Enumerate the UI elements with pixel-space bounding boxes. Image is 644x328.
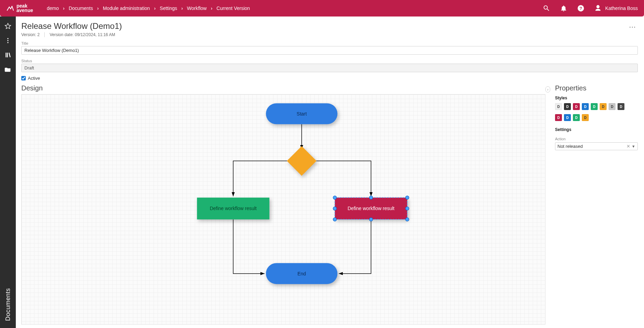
svg-point-3 <box>7 40 8 41</box>
styles-heading: Styles <box>555 96 638 100</box>
properties-panel: Properties Styles DDDDDDDD DDDD Settings… <box>550 84 638 325</box>
style-swatch[interactable]: D <box>564 103 571 110</box>
page-title: Release Workflow (Demo1) <box>21 21 122 31</box>
style-swatch[interactable]: D <box>582 114 589 121</box>
version-label: Version: 2 <box>21 32 39 37</box>
clear-icon[interactable]: ✕ <box>625 144 632 149</box>
crumb-demo[interactable]: demo <box>47 6 59 11</box>
diagram-canvas[interactable]: Start Define workflow result <box>21 94 545 325</box>
chevron-right-icon: › <box>154 6 156 11</box>
node-left-process[interactable]: Define workflow result <box>197 198 270 220</box>
style-swatch[interactable]: D <box>591 103 598 110</box>
svg-rect-7 <box>287 146 316 176</box>
svg-point-11 <box>333 196 337 199</box>
chevron-right-icon: › <box>63 6 65 11</box>
chevron-down-icon[interactable]: ▾ <box>632 144 635 149</box>
help-icon[interactable]: ? <box>577 4 585 12</box>
svg-point-16 <box>333 218 337 221</box>
search-icon[interactable] <box>543 4 550 12</box>
library-icon[interactable] <box>4 52 11 58</box>
folder-icon[interactable] <box>4 66 11 73</box>
svg-point-15 <box>406 207 409 210</box>
svg-point-17 <box>369 218 373 221</box>
node-start[interactable]: Start <box>266 103 337 124</box>
style-swatch[interactable]: D <box>573 103 580 110</box>
design-heading: Design <box>21 84 545 92</box>
action-value: Not released <box>557 144 583 149</box>
style-swatch[interactable]: D <box>582 103 589 110</box>
action-select[interactable]: Not released ✕ ▾ <box>555 142 638 150</box>
node-right-label: Define workflow result <box>348 206 395 211</box>
active-checkbox-row[interactable]: Active <box>21 76 638 81</box>
node-right-process[interactable]: Define workflow result <box>333 196 409 221</box>
left-rail: Documents <box>0 17 16 328</box>
node-decision[interactable] <box>287 146 316 176</box>
more-vertical-icon[interactable] <box>4 37 11 44</box>
user-menu[interactable]: Katherina Boss <box>594 4 638 12</box>
action-label: Action <box>555 137 638 141</box>
title-input[interactable] <box>21 46 638 55</box>
settings-heading: Settings <box>555 127 638 132</box>
more-button[interactable]: ⋯ <box>628 21 638 32</box>
style-swatch[interactable]: D <box>573 114 580 121</box>
properties-heading: Properties <box>555 84 638 92</box>
svg-point-14 <box>333 207 337 210</box>
node-end-label: End <box>297 271 306 276</box>
panel-splitter[interactable]: › <box>545 84 550 325</box>
logo-text: peak avenue <box>16 4 33 12</box>
style-swatch[interactable]: D <box>555 114 562 121</box>
active-label: Active <box>28 76 40 81</box>
node-start-label: Start <box>297 111 307 117</box>
style-swatches-row-1: DDDDDDDD <box>555 103 638 110</box>
chevron-right-icon: › <box>97 6 99 11</box>
logo[interactable]: peak avenue <box>6 4 33 12</box>
crumb-documents[interactable]: Documents <box>69 6 93 11</box>
svg-point-18 <box>406 218 409 221</box>
status-field-label: Status <box>21 59 638 63</box>
style-swatch[interactable]: D <box>564 114 571 121</box>
chevron-right-icon: › <box>211 6 213 11</box>
node-left-label: Define workflow result <box>210 206 257 211</box>
style-swatch[interactable]: D <box>600 103 607 110</box>
rail-label: Documents <box>4 288 12 321</box>
crumb-settings[interactable]: Settings <box>160 6 177 11</box>
svg-point-4 <box>7 42 8 43</box>
node-end[interactable]: End <box>266 263 337 284</box>
topbar: peak avenue demo › Documents › Module ad… <box>0 0 644 17</box>
active-checkbox[interactable] <box>21 76 26 80</box>
crumb-workflow[interactable]: Workflow <box>187 6 206 11</box>
star-icon[interactable] <box>4 23 11 30</box>
style-swatches-row-2: DDDD <box>555 114 638 121</box>
title-field-label: Title <box>21 41 638 45</box>
chevron-right-icon[interactable]: › <box>545 86 550 92</box>
svg-point-12 <box>369 196 373 199</box>
content: Release Workflow (Demo1) Version: 2 Vers… <box>16 17 644 328</box>
svg-point-13 <box>406 196 409 199</box>
meta-divider <box>44 32 45 37</box>
style-swatch[interactable]: D <box>618 103 624 110</box>
user-name: Katherina Boss <box>605 6 638 11</box>
topbar-actions: ? Katherina Boss <box>543 4 638 12</box>
style-swatch[interactable]: D <box>609 103 615 110</box>
crumb-module-admin[interactable]: Module administration <box>103 6 150 11</box>
crumb-current-version[interactable]: Current Version <box>216 6 250 11</box>
logo-mark-icon <box>6 4 14 12</box>
svg-text:?: ? <box>579 6 582 11</box>
version-date-label: Version date: 09/12/2024, 11:16 AM <box>49 32 115 37</box>
user-icon <box>594 4 602 12</box>
style-swatch[interactable]: D <box>555 103 562 110</box>
chevron-right-icon: › <box>181 6 183 11</box>
bell-icon[interactable] <box>560 4 567 12</box>
svg-point-2 <box>7 38 8 39</box>
breadcrumbs: demo › Documents › Module administration… <box>47 6 250 11</box>
status-input <box>21 64 638 72</box>
